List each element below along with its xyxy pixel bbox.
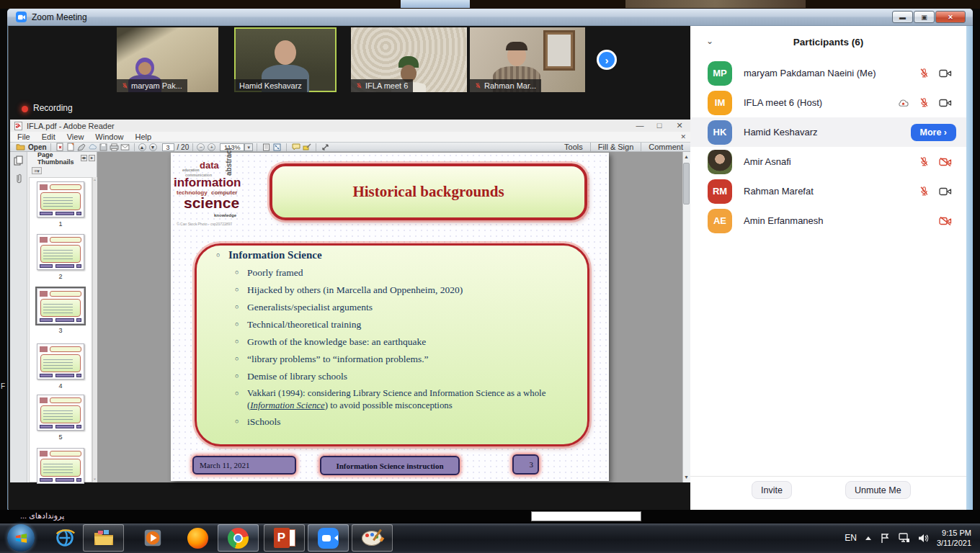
fullscreen-icon[interactable]	[320, 143, 331, 151]
pdf-maximize-button[interactable]: □	[652, 121, 667, 130]
hidden-icons-chevron[interactable]	[865, 536, 872, 541]
zoom-in-button[interactable]: +	[208, 143, 215, 151]
zoom-out-button[interactable]: −	[197, 143, 205, 151]
wordcloud-word: information	[174, 176, 241, 190]
slide-footer-date: March 11, 2021	[192, 456, 296, 475]
camera-off-icon	[939, 217, 952, 225]
video-tile-hamid[interactable]: Hamid Keshavarz	[234, 27, 337, 92]
thumbnail-scrollbar[interactable]	[92, 177, 97, 482]
print-icon[interactable]	[109, 143, 120, 151]
taskbar-internet-explorer[interactable]	[49, 524, 81, 552]
panel-menu-icon[interactable]: ▸	[89, 155, 95, 161]
avatar: AE	[708, 209, 732, 233]
fill-sign-button[interactable]: Fill & Sign	[591, 143, 641, 151]
menu-view[interactable]: View	[67, 132, 84, 141]
menu-window[interactable]: Window	[95, 132, 123, 141]
participant-row[interactable]: AE Amin Erfanmanesh	[690, 206, 966, 235]
video-tile-ifla[interactable]: IFLA meet 6	[351, 27, 467, 92]
invite-button[interactable]: Invite	[752, 481, 792, 499]
close-button[interactable]: ✕	[935, 11, 966, 23]
scroll-down-icon[interactable]: ⌄	[92, 475, 97, 480]
window-border	[966, 26, 973, 510]
avatar: HK	[708, 120, 732, 145]
maximize-button[interactable]: ▣	[914, 11, 935, 23]
menu-edit[interactable]: Edit	[42, 132, 55, 141]
zoom-titlebar[interactable]: Zoom Meeting ▬ ▣ ✕	[7, 9, 973, 26]
next-page-button[interactable]: ▼	[149, 143, 157, 151]
participant-row[interactable]: IM IFLA meet 6 (Host)	[690, 88, 966, 117]
highlight-icon[interactable]	[301, 143, 312, 151]
network-icon[interactable]	[898, 533, 910, 543]
open-button[interactable]: Open	[16, 143, 47, 151]
scroll-up-icon[interactable]: ⌃	[92, 179, 97, 184]
page-thumbnail[interactable]: 1	[33, 181, 88, 228]
tray-time: 9:15 PM	[942, 529, 971, 537]
cloud-share-icon[interactable]	[87, 143, 98, 151]
sign-pen-icon[interactable]	[76, 143, 87, 151]
taskbar-powerpoint[interactable]: P	[264, 524, 305, 552]
page-thumbnail[interactable]: 2	[33, 234, 88, 280]
create-pdf-icon[interactable]	[66, 143, 76, 151]
taskbar-zoom[interactable]	[308, 524, 349, 552]
media-player-icon	[143, 528, 163, 548]
comment-bubble-icon[interactable]	[290, 143, 301, 151]
toolbar-close-icon[interactable]: ✕	[680, 133, 686, 140]
language-indicator[interactable]: EN	[845, 533, 857, 543]
unmute-me-button[interactable]: Unmute Me	[845, 481, 911, 499]
scroll-down-icon[interactable]: ▼	[683, 474, 690, 480]
clock[interactable]: 9:15 PM 3/11/2021	[937, 528, 977, 548]
wordcloud-caption: © Can Stock Photo - csp20722897	[177, 222, 232, 226]
bullet-item: Demise of library schools	[247, 370, 347, 382]
participants-title: Participants (6)	[690, 32, 966, 52]
recording-label: Recording	[33, 103, 73, 113]
volume-icon[interactable]	[918, 534, 929, 543]
comment-button[interactable]: Comment	[641, 143, 690, 151]
taskbar-chrome[interactable]	[218, 524, 259, 552]
menu-file[interactable]: File	[17, 132, 30, 141]
menu-help[interactable]: Help	[135, 132, 151, 141]
page-view-icon[interactable]	[261, 143, 272, 151]
page-thumbnail-selected[interactable]: 3	[33, 288, 88, 334]
participant-row[interactable]: Amir Asnafi	[690, 147, 966, 176]
thumbnails-panel-title: Page Thumbnails ◂▸ ▸	[27, 153, 97, 163]
tools-button[interactable]: Tools	[557, 143, 590, 151]
next-videos-button[interactable]: ›	[597, 50, 617, 70]
muted-mic-icon	[919, 156, 930, 167]
taskbar-paint[interactable]	[352, 524, 393, 552]
page-thumbnail[interactable]: 5	[33, 395, 88, 441]
pdf-minimize-button[interactable]: —	[633, 121, 647, 130]
page-thumbnail[interactable]: 4	[33, 343, 88, 390]
export-pdf-icon[interactable]	[55, 143, 66, 151]
zoom-dropdown-icon[interactable]: ▼	[244, 143, 253, 151]
pdf-close-button[interactable]: ✕	[672, 121, 687, 130]
start-button[interactable]	[7, 524, 35, 552]
attachments-paperclip-icon[interactable]	[14, 173, 23, 184]
thumbnail-options-icon[interactable]: ≡▾	[32, 167, 42, 174]
folder-icon	[92, 529, 115, 547]
taskbar-file-explorer[interactable]	[83, 524, 124, 552]
email-icon[interactable]	[120, 143, 130, 151]
action-center-flag-icon[interactable]	[880, 533, 890, 544]
participant-row[interactable]: MP maryam Pakdaman Naeini (Me)	[690, 58, 966, 88]
scroll-up-icon[interactable]: ▲	[683, 153, 690, 160]
slide-title-box: Historical backgrounds	[270, 163, 587, 220]
prev-page-button[interactable]: ▲	[138, 143, 146, 151]
minimize-button[interactable]: ▬	[892, 11, 913, 23]
system-tray: EN 9:15 PM 3/11/2021	[845, 523, 977, 553]
video-tile-rahman[interactable]: Rahman Mar...	[470, 27, 585, 92]
video-tile-maryam[interactable]: maryam Pak...	[117, 27, 218, 92]
participant-row-hovered[interactable]: HK Hamid Keshavarz More ›	[690, 117, 966, 147]
panel-collapse-icon[interactable]: ◂▸	[81, 155, 87, 161]
taskbar-firefox[interactable]	[182, 524, 213, 552]
taskbar-media-player[interactable]	[137, 524, 169, 552]
pdf-titlebar[interactable]: IFLA.pdf - Adobe Reader	[10, 120, 690, 132]
bottom-strip	[0, 510, 980, 523]
page-number-input[interactable]: 3	[162, 143, 174, 151]
muted-mic-icon	[475, 82, 481, 89]
save-icon[interactable]	[98, 143, 109, 151]
more-button[interactable]: More ›	[911, 124, 957, 141]
fit-window-icon[interactable]	[272, 143, 282, 151]
page-thumbnails-icon[interactable]	[14, 156, 24, 166]
scrollbar-thumb[interactable]	[683, 163, 690, 204]
participant-row[interactable]: RM Rahman Marefat	[690, 176, 966, 206]
